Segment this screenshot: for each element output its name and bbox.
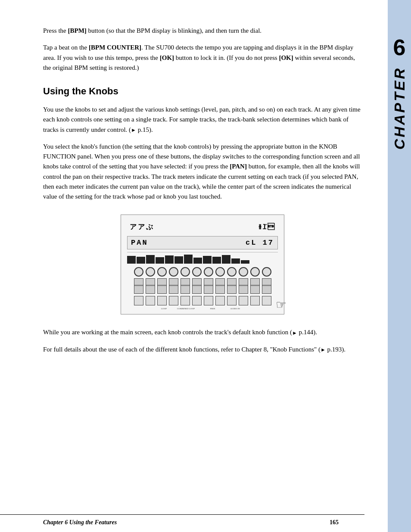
- fader-4: [169, 278, 178, 294]
- footer-page-number: 165: [330, 519, 339, 526]
- lcd-display: アアぶ ⫵ľ: [127, 221, 278, 233]
- eq-bar-1: [127, 256, 136, 264]
- btn-pad-10: [239, 296, 248, 305]
- knobs-para-2: You select the knob's function (the sett…: [43, 142, 362, 202]
- label-loop: LOOP: [159, 308, 169, 310]
- eq-bar-2: [137, 257, 145, 264]
- button-label-row: LOOP COMBINED LOOP FREE AUDIO IN: [127, 308, 278, 310]
- ref-p193: p.193: [327, 346, 342, 353]
- separator-line: [127, 252, 278, 252]
- bpm-counter-bold: [BPM COUNTER]: [89, 44, 141, 51]
- faders-row: [127, 278, 278, 294]
- btn-pad-5: [181, 296, 190, 305]
- btn-pad-8: [215, 296, 225, 305]
- fader-9: [227, 278, 237, 294]
- display-value: cL 17: [246, 239, 274, 247]
- display-left-text: アアぶ: [130, 223, 154, 232]
- knob-9: [227, 267, 237, 277]
- eq-bar-8: [193, 258, 202, 264]
- fader-2: [146, 278, 155, 294]
- eq-bar-13: [241, 260, 249, 264]
- btn-pad-11: [250, 296, 260, 305]
- ref-p144: p.144: [299, 329, 314, 336]
- btn-pad-3: [157, 296, 167, 305]
- knob-3: [157, 267, 167, 277]
- fader-8: [215, 278, 225, 294]
- bpm-para-1: Press the [BPM] button (so that the BPM …: [43, 26, 362, 36]
- arrow-ref-1: ►: [131, 126, 136, 134]
- eq-bar-5: [165, 255, 174, 264]
- eq-bar-7: [184, 255, 193, 264]
- footer-title: Chapter 6 Using the Features: [43, 519, 117, 526]
- chapter-number: 6: [393, 34, 406, 60]
- arrow-ref-2: ►: [292, 329, 297, 337]
- eq-bar-3: [146, 255, 155, 264]
- display-right-text: ⫵ľ: [258, 223, 275, 231]
- knob-6: [192, 267, 202, 277]
- eq-bar-6: [174, 256, 183, 264]
- section-heading-knobs: Using the Knobs: [43, 86, 362, 97]
- knob-5: [181, 267, 190, 277]
- btn-pad-9: [227, 296, 237, 305]
- knob-7: [204, 267, 213, 277]
- knob-11: [250, 267, 260, 277]
- device-diagram: アアぶ ⫵ľ PAN cL 17: [121, 215, 284, 314]
- fader-6: [192, 278, 202, 294]
- knobs-para-4: For full details about the use of each o…: [43, 345, 362, 355]
- ok-bold-2: [OK]: [279, 54, 293, 61]
- fader-10: [239, 278, 248, 294]
- knobs-para-1: You use the knobs to set and adjust the …: [43, 105, 362, 135]
- main-content: Press the [BPM] button (so that the BPM …: [0, 0, 388, 532]
- knob-4: [169, 267, 178, 277]
- chapter-label: CHAPTER: [391, 67, 408, 149]
- label-audio-in: AUDIO IN: [224, 308, 246, 310]
- cursor-hand-icon: ☞: [276, 298, 286, 312]
- eq-bar-10: [212, 257, 221, 264]
- fader-3: [157, 278, 167, 294]
- btn-pad-2: [146, 296, 155, 305]
- btn-pad-6: [192, 296, 202, 305]
- fader-11: [250, 278, 260, 294]
- knob-8: [215, 267, 225, 277]
- knob-12: [262, 267, 271, 277]
- fader-5: [181, 278, 190, 294]
- knobs-row: [127, 267, 278, 277]
- btn-pad-4: [169, 296, 178, 305]
- bpm-para-2: Tap a beat on the [BPM COUNTER]. The SU7…: [43, 43, 362, 73]
- chapter-sidebar: 6 CHAPTER: [388, 0, 411, 532]
- eq-bar-11: [222, 255, 230, 264]
- eq-bar-4: [156, 257, 164, 264]
- knob-10: [239, 267, 248, 277]
- fader-7: [204, 278, 213, 294]
- ok-bold-1: [OK]: [160, 54, 174, 61]
- display-pan: PAN: [131, 239, 148, 247]
- pan-bold: [PAN]: [230, 163, 247, 170]
- fader-1: [134, 278, 143, 294]
- ref-p15: p.15: [138, 126, 149, 133]
- knobs-para-3: While you are working at the main screen…: [43, 327, 362, 337]
- btn-pad-12: [262, 296, 271, 305]
- fader-12: [262, 278, 271, 294]
- arrow-ref-3: ►: [321, 346, 326, 354]
- eq-bar-12: [231, 258, 240, 264]
- bpm-text-1: button (so that the BPM display is blink…: [87, 27, 262, 34]
- eq-bar-9: [203, 256, 212, 264]
- eq-bars-row: [127, 254, 278, 264]
- bpm-bold-1: [BPM]: [68, 27, 87, 34]
- btn-pad-7: [204, 296, 213, 305]
- buttons-row: ☞: [127, 296, 278, 305]
- knob-2: [146, 267, 155, 277]
- page-footer: Chapter 6 Using the Features 165: [0, 514, 364, 532]
- label-free: FREE: [203, 308, 222, 310]
- knob-1: [134, 267, 143, 277]
- bpm-text-2b: button to lock it in. (If you do not pre…: [174, 54, 279, 61]
- btn-pad-1: [134, 296, 143, 305]
- label-combined-loop: COMBINED LOOP: [171, 308, 201, 310]
